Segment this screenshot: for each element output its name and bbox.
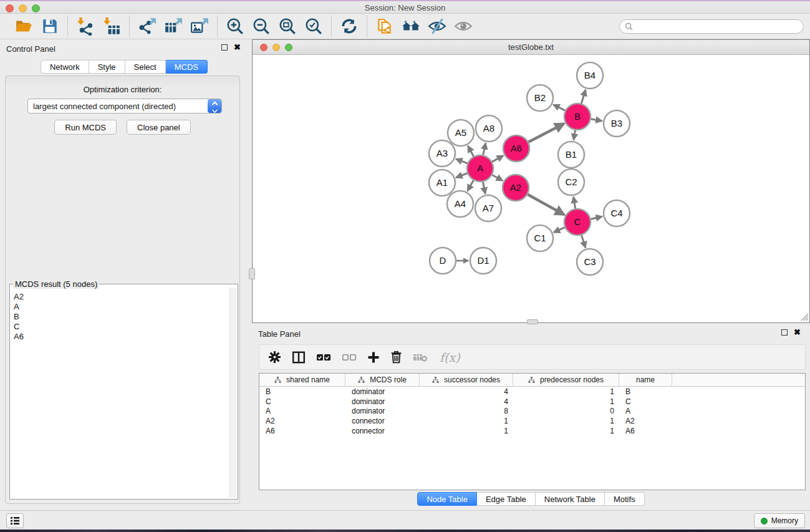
- table-cell[interactable]: A: [619, 407, 672, 415]
- create-column-plus-icon[interactable]: [367, 351, 380, 364]
- export-image-icon[interactable]: [190, 16, 210, 36]
- edge-A-A5[interactable]: [468, 146, 473, 157]
- save-session-icon[interactable]: [40, 16, 60, 36]
- table-cell[interactable]: A6: [259, 427, 345, 435]
- float-panel-icon[interactable]: [221, 44, 228, 51]
- node-B3[interactable]: B3: [604, 110, 630, 137]
- node-A6[interactable]: A6: [503, 135, 529, 162]
- canvas-left-grip[interactable]: [249, 268, 255, 279]
- zoom-fit-icon[interactable]: [277, 16, 297, 36]
- node-C4[interactable]: C4: [604, 200, 630, 226]
- edge-C-C2[interactable]: [574, 197, 576, 209]
- select-all-columns-icon[interactable]: [316, 353, 331, 362]
- table-cell[interactable]: 8: [420, 407, 513, 415]
- node-A7[interactable]: A7: [475, 195, 501, 221]
- result-item[interactable]: A6: [14, 332, 229, 342]
- node-A4[interactable]: A4: [447, 191, 473, 217]
- resize-grip-icon[interactable]: [799, 312, 809, 321]
- table-settings-gear-icon[interactable]: [268, 351, 281, 364]
- tab-style[interactable]: Style: [89, 60, 125, 74]
- float-table-panel-icon[interactable]: [781, 329, 788, 336]
- node-D[interactable]: D: [430, 248, 456, 274]
- node-C2[interactable]: C2: [558, 169, 584, 195]
- column-header-successor-nodes[interactable]: successor nodes: [420, 374, 513, 386]
- tab-motifs[interactable]: Motifs: [605, 492, 645, 506]
- zoom-out-icon[interactable]: [251, 16, 271, 36]
- node-A5[interactable]: A5: [448, 120, 474, 146]
- table-cell[interactable]: 4: [420, 387, 513, 396]
- table-cell[interactable]: dominator: [345, 397, 420, 406]
- tab-network[interactable]: Network: [41, 60, 89, 74]
- tab-mcds[interactable]: MCDS: [166, 60, 208, 74]
- close-panel-icon[interactable]: ✖: [234, 44, 241, 51]
- edge-A2-C[interactable]: [528, 195, 564, 215]
- close-panel-button[interactable]: Close panel: [127, 120, 191, 135]
- show-columns-icon[interactable]: [292, 351, 306, 364]
- table-row[interactable]: A6connector11A6: [259, 426, 805, 436]
- table-cell[interactable]: 0: [513, 407, 619, 415]
- table-cell[interactable]: dominator: [345, 407, 420, 415]
- table-cell[interactable]: 4: [420, 397, 513, 406]
- node-A2[interactable]: A2: [503, 175, 529, 201]
- edge-A-A6[interactable]: [492, 156, 503, 162]
- table-row[interactable]: A2connector11A2: [259, 416, 805, 426]
- edge-C-C3[interactable]: [582, 235, 586, 248]
- function-builder-icon[interactable]: f(x): [440, 351, 460, 364]
- table-cell[interactable]: connector: [345, 427, 420, 435]
- criterion-dropdown[interactable]: largest connected component (directed): [27, 99, 222, 114]
- node-A3[interactable]: A3: [429, 140, 455, 167]
- node-A[interactable]: A: [467, 155, 493, 181]
- table-cell[interactable]: A2: [259, 417, 345, 425]
- edge-A-A4[interactable]: [468, 180, 473, 191]
- network-window-titlebar[interactable]: testGlobe.txt: [253, 40, 809, 55]
- edge-B-B1[interactable]: [574, 130, 576, 140]
- node-B[interactable]: B: [564, 104, 591, 130]
- tab-select[interactable]: Select: [125, 60, 166, 74]
- close-table-panel-icon[interactable]: ✖: [794, 329, 801, 336]
- edge-A-A8[interactable]: [483, 143, 486, 155]
- edge-C-C1[interactable]: [554, 228, 565, 233]
- edge-B-B4[interactable]: [581, 90, 586, 104]
- table-cell[interactable]: 1: [420, 417, 513, 425]
- memory-button[interactable]: Memory: [754, 513, 805, 528]
- import-table-icon[interactable]: [102, 16, 122, 36]
- table-row[interactable]: Bdominator41B: [259, 387, 805, 397]
- node-table[interactable]: shared nameMCDS rolesuccessor nodesprede…: [259, 373, 806, 490]
- node-A8[interactable]: A8: [476, 115, 502, 142]
- export-network-icon[interactable]: [137, 16, 157, 36]
- edge-A-A1[interactable]: [456, 173, 467, 178]
- node-B4[interactable]: B4: [577, 62, 603, 89]
- table-cell[interactable]: C: [619, 397, 672, 406]
- node-C1[interactable]: C1: [527, 225, 553, 251]
- column-header-shared-name[interactable]: shared name: [259, 374, 345, 386]
- table-cell[interactable]: A2: [619, 417, 672, 425]
- delete-columns-trash-icon[interactable]: [390, 351, 402, 364]
- table-cell[interactable]: 1: [513, 417, 619, 425]
- table-cell[interactable]: A6: [619, 427, 672, 435]
- edge-A-A7[interactable]: [483, 182, 485, 194]
- search-field[interactable]: [619, 19, 804, 34]
- edge-A6-B[interactable]: [529, 123, 564, 142]
- table-cell[interactable]: 1: [513, 427, 619, 435]
- table-cell[interactable]: A: [259, 407, 345, 415]
- canvas-bottom-grip[interactable]: [527, 319, 538, 324]
- first-neighbors-icon[interactable]: [401, 16, 421, 36]
- network-canvas[interactable]: B4B2BB3A8A5A6A3B1AA1C2A2A4A7C4CC1C3DD1: [253, 55, 809, 322]
- column-header-name[interactable]: name: [619, 374, 672, 386]
- show-eye-icon[interactable]: [453, 16, 473, 36]
- table-row[interactable]: Adominator80A: [259, 407, 805, 417]
- edge-A-A3[interactable]: [456, 159, 467, 163]
- import-network-icon[interactable]: [75, 16, 95, 36]
- node-B1[interactable]: B1: [558, 142, 584, 168]
- unselect-all-columns-icon[interactable]: [342, 353, 357, 362]
- edge-C-C4[interactable]: [591, 216, 602, 219]
- table-cell[interactable]: C: [259, 397, 345, 406]
- result-scrollbar[interactable]: [229, 288, 237, 498]
- node-C[interactable]: C: [564, 209, 591, 235]
- result-item[interactable]: A2: [14, 292, 229, 302]
- node-D1[interactable]: D1: [470, 248, 496, 274]
- edge-B-B2[interactable]: [553, 105, 565, 110]
- open-session-icon[interactable]: [14, 16, 34, 36]
- clone-network-icon[interactable]: [375, 16, 395, 36]
- search-input[interactable]: [633, 22, 803, 31]
